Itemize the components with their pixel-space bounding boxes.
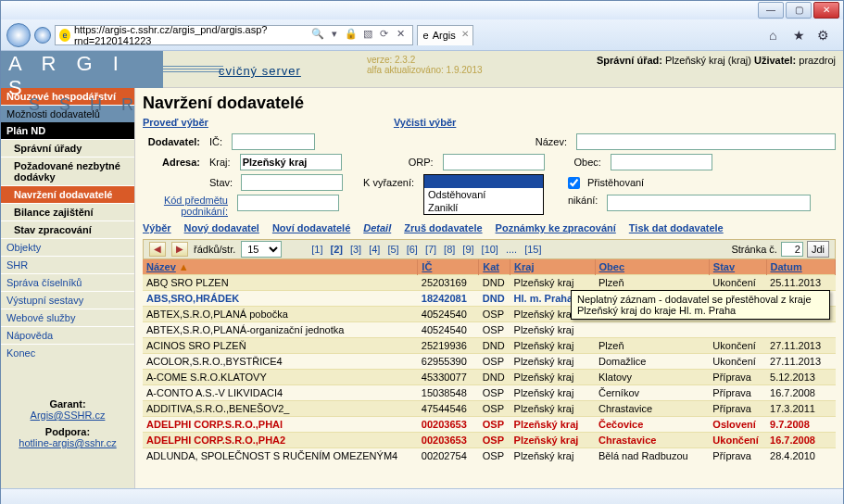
table-cell: Černíkov xyxy=(595,385,709,401)
th-kat[interactable]: Kat xyxy=(483,261,499,272)
table-cell: ABTEX,S.R.O,PLANÁ pobočka xyxy=(143,307,418,322)
table-cell: Domažlice xyxy=(595,354,709,370)
browser-tab[interactable]: e Argis ✕ xyxy=(417,25,473,45)
sidebar-link-napoveda[interactable]: Nápověda xyxy=(1,326,134,344)
pager-page-input[interactable] xyxy=(781,242,803,257)
ie-icon: e xyxy=(59,29,70,42)
table-row[interactable]: ADELPHI CORP.S.R.O.,PHAl00203653OSPPlzeň… xyxy=(143,417,836,433)
cmd-vyber[interactable]: Výběr xyxy=(143,222,171,233)
table-row[interactable]: ADLUNDA, SPOLEČNOST S RUČENÍM OMEZENÝM40… xyxy=(143,448,836,464)
podpora-email-link[interactable]: hotline-argis@sshr.cz xyxy=(19,437,116,448)
favorites-icon[interactable]: ★ xyxy=(793,28,808,43)
cmd-zrus[interactable]: Zruš dodavatele xyxy=(404,222,482,233)
stop-icon[interactable]: ✕ xyxy=(394,28,409,43)
label-stav: Stav: xyxy=(209,177,235,188)
checkbox-pristehovani[interactable] xyxy=(568,177,580,189)
table-row[interactable]: ABQ SRO PLZEN25203169DNDPlzeňský krajPlz… xyxy=(143,275,836,291)
select-k-vyrazeni[interactable]: Odstěhovaní Zaniklí xyxy=(423,174,544,215)
tooltip-invalid-record: Neplatný záznam - dodavatel se přestěhov… xyxy=(571,290,830,320)
label-k-vyrazeni: K vyřazení: xyxy=(363,177,418,188)
sidebar-link-konec[interactable]: Konec xyxy=(1,344,134,361)
nav-back-button[interactable] xyxy=(6,23,31,47)
window-close-button[interactable]: ✕ xyxy=(813,2,839,19)
table-row[interactable]: ADDITIVA,S.R.O.,BENEŠOV2_47544546OSPPlze… xyxy=(143,401,836,417)
th-nazev[interactable]: Název xyxy=(146,261,176,272)
pager-page-link[interactable]: [7] xyxy=(425,244,436,255)
table-cell: 25.11.2013 xyxy=(766,275,835,291)
sidebar-item-pozadovane[interactable]: Požadované nezbytné dodávky xyxy=(1,157,134,185)
input-orp[interactable] xyxy=(443,154,545,170)
link-kod-predmetu[interactable]: Kód předmětupodnikání: xyxy=(143,195,232,217)
input-nazev[interactable] xyxy=(576,133,836,150)
pager-page-link[interactable]: [10] xyxy=(482,244,498,255)
table-cell: 00202754 xyxy=(418,448,479,464)
pager-page-link[interactable]: .... xyxy=(506,244,517,255)
tools-icon[interactable]: ⚙ xyxy=(817,28,832,43)
th-stav[interactable]: Stav xyxy=(713,261,735,272)
table-cell: Ukončení xyxy=(709,338,766,354)
refresh-icon[interactable]: ⟳ xyxy=(377,28,392,43)
cmd-novi-dodavatele[interactable]: Noví dodavatelé xyxy=(272,222,350,233)
garant-email-link[interactable]: Argis@SSHR.cz xyxy=(31,410,106,421)
home-icon[interactable]: ⌂ xyxy=(769,28,784,43)
cmd-novy-dodavatel[interactable]: Nový dodavatel xyxy=(184,222,259,233)
pager-page-link[interactable]: [15] xyxy=(524,244,541,255)
th-datum[interactable]: Datum xyxy=(771,261,802,272)
select-selected-blank[interactable] xyxy=(424,175,543,188)
input-ic[interactable] xyxy=(232,133,315,150)
table-row[interactable]: ADELPHI CORP.S.R.O.,PHA200203653OSPPlzeň… xyxy=(143,433,836,448)
table-row[interactable]: ABTEX,S.R.O,PLANÁ-organizační jednotka40… xyxy=(143,322,836,338)
sidebar-item-spravni-urady[interactable]: Správní úřady xyxy=(1,139,134,157)
th-obec[interactable]: Obec xyxy=(599,261,625,272)
nav-forward-button[interactable] xyxy=(34,27,51,44)
table-cell: Plzeň xyxy=(595,275,709,291)
sidebar-item-bilance[interactable]: Bilance zajištění xyxy=(1,203,134,220)
pager-page-link[interactable]: [3] xyxy=(350,244,361,255)
sidebar-item-stav-zprac[interactable]: Stav zpracování xyxy=(1,220,134,238)
sidebar-heading-plan[interactable]: Plán ND xyxy=(1,122,134,139)
address-bar[interactable]: e https://argis-c.sshr.cz/argis_pnd/argi… xyxy=(55,25,413,45)
cmd-poznamky[interactable]: Poznámky ke zpracování xyxy=(496,222,616,233)
pager-page-link[interactable]: [6] xyxy=(407,244,418,255)
pager-page-link[interactable]: [9] xyxy=(462,244,473,255)
window-maximize-button[interactable]: ▢ xyxy=(786,2,812,19)
sidebar-link-web[interactable]: Webové služby xyxy=(1,309,134,326)
select-option-zanikli[interactable]: Zaniklí xyxy=(424,201,543,214)
sidebar-item-navrzeni[interactable]: Navržení dodavatelé xyxy=(1,185,134,203)
url-text: https://argis-c.sshr.cz/argis_pnd/argis.… xyxy=(74,24,305,46)
input-predmet-podnikani[interactable] xyxy=(607,195,811,211)
cmd-detail[interactable]: Detail xyxy=(363,222,391,233)
compat-icon[interactable]: ▧ xyxy=(360,28,375,43)
decoration-lines xyxy=(163,65,223,72)
link-vycisti-vyber[interactable]: Vyčisti výběr xyxy=(394,117,456,128)
input-kraj[interactable] xyxy=(240,154,342,170)
select-option-odstehovani[interactable]: Odstěhovaní xyxy=(424,188,543,201)
sidebar-link-objekty[interactable]: Objekty xyxy=(1,238,134,256)
window-minimize-button[interactable]: — xyxy=(758,2,784,19)
cmd-tisk[interactable]: Tisk dat dodavatele xyxy=(629,222,724,233)
pager-page-link[interactable]: [4] xyxy=(369,244,380,255)
sidebar-link-sprava[interactable]: Správa číselníků xyxy=(1,273,134,291)
input-stav[interactable] xyxy=(241,174,343,191)
table-row[interactable]: ACOLOR,S.R.O.,BYSTŘICE462955390OSPPlzeňs… xyxy=(143,354,836,370)
pager-page-link[interactable]: [1] xyxy=(311,244,322,255)
pager-go-button[interactable]: Jdi xyxy=(807,241,829,258)
link-proved-vyber[interactable]: Proveď výběr xyxy=(143,117,208,128)
table-row[interactable]: A-COME S.R.O.KLATOVY45330077DNDPlzeňský … xyxy=(143,370,836,385)
tab-close-icon[interactable]: ✕ xyxy=(461,29,469,39)
pager-next-button[interactable]: ▶ xyxy=(171,242,188,257)
th-ic[interactable]: IČ xyxy=(422,261,432,272)
pager-page-link[interactable]: [5] xyxy=(387,244,398,255)
pager-prev-button[interactable]: ◀ xyxy=(149,242,166,257)
table-row[interactable]: ACINOS SRO PLZEŇ25219936DNDPlzeňský kraj… xyxy=(143,338,836,354)
search-icon[interactable]: 🔍 xyxy=(310,28,325,43)
sidebar-link-shr[interactable]: SHR xyxy=(1,256,134,273)
pager-page-link[interactable]: [8] xyxy=(444,244,455,255)
table-cell: Klatovy xyxy=(595,370,709,385)
sidebar-link-vystup[interactable]: Výstupní sestavy xyxy=(1,291,134,309)
table-cell: Ukončení xyxy=(709,275,766,291)
table-row[interactable]: A-CONTO A.S.-V LIKVIDACI415038548OSPPlze… xyxy=(143,385,836,401)
input-kod-predmetu[interactable] xyxy=(237,195,339,211)
th-kraj[interactable]: Kraj xyxy=(514,261,534,272)
pager-rows-select[interactable]: 15 xyxy=(241,241,282,258)
